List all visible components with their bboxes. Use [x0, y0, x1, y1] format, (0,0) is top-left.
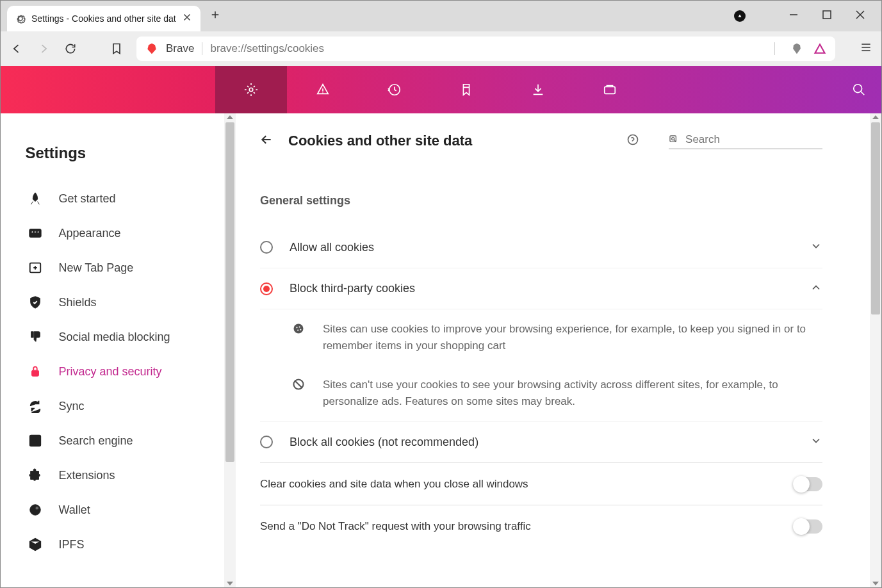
reload-button[interactable] — [63, 42, 78, 56]
newtab-icon — [26, 261, 45, 275]
lion-shield-icon[interactable] — [790, 42, 803, 55]
minimize-button[interactable] — [789, 10, 798, 22]
description-text: Sites can't use your cookies to see your… — [323, 377, 822, 409]
window-close-button[interactable] — [856, 10, 865, 22]
radio-icon — [260, 241, 273, 254]
svg-point-17 — [672, 137, 674, 140]
option-label: Block third-party cookies — [290, 282, 810, 295]
svg-point-7 — [34, 231, 36, 233]
svg-point-4 — [854, 85, 862, 93]
sidebar-item-newtab[interactable]: New Tab Page — [22, 250, 214, 285]
toggle-switch[interactable] — [794, 477, 822, 491]
bookmark-button[interactable] — [110, 42, 124, 56]
appearance-icon — [26, 226, 45, 240]
topnav-search[interactable] — [837, 83, 881, 97]
search-input[interactable] — [685, 133, 822, 146]
settings-content: Cookies and other site data General sett… — [234, 113, 881, 547]
address-bar: Brave brave://settings/cookies — [1, 31, 881, 66]
url-box[interactable]: Brave brave://settings/cookies — [136, 37, 835, 61]
svg-point-1 — [249, 88, 253, 92]
option-label: Block all cookies (not recommended) — [290, 436, 810, 449]
back-button[interactable] — [10, 42, 24, 56]
svg-point-6 — [31, 231, 33, 233]
sidebar-item-privacy[interactable]: Privacy and security — [22, 354, 214, 389]
sidebar-item-shields[interactable]: Shields — [22, 285, 214, 320]
radio-icon — [260, 282, 273, 295]
description-cookie-block: Sites can't use your cookies to see your… — [260, 365, 822, 421]
block-icon — [292, 377, 307, 409]
content-scrollbar[interactable] — [870, 113, 881, 587]
lock-icon — [26, 364, 45, 379]
sidebar-item-social[interactable]: Social media blocking — [22, 320, 214, 354]
toggle-switch[interactable] — [794, 519, 822, 534]
maximize-button[interactable] — [822, 10, 831, 22]
new-tab-button[interactable] — [209, 9, 221, 23]
rocket-icon — [26, 192, 45, 206]
sidebar-item-label: Extensions — [59, 469, 115, 482]
sidebar-title: Settings — [26, 144, 214, 162]
sidebar-item-extensions[interactable]: Extensions — [22, 458, 214, 493]
topnav-wallet[interactable] — [574, 66, 646, 113]
option-allow-all[interactable]: Allow all cookies — [260, 227, 822, 268]
brand-label: Brave — [166, 42, 194, 55]
description-cookie-use: Sites can use cookies to improve your br… — [260, 309, 822, 365]
browser-tab[interactable]: Settings - Cookies and other site dat — [7, 6, 200, 31]
topnav-bookmarks[interactable] — [430, 66, 502, 113]
toggle-clear-on-close[interactable]: Clear cookies and site data when you clo… — [260, 462, 822, 505]
toggle-dnt[interactable]: Send a "Do Not Track" request with your … — [260, 505, 822, 547]
svg-rect-0 — [823, 11, 831, 19]
tab-title: Settings - Cookies and other site dat — [31, 13, 176, 24]
radio-icon — [260, 436, 273, 448]
sidebar-item-get-started[interactable]: Get started — [22, 181, 214, 216]
sidebar-item-appearance[interactable]: Appearance — [22, 216, 214, 250]
sidebar-item-label: Social media blocking — [59, 331, 170, 344]
close-tab-icon[interactable] — [181, 12, 193, 26]
svg-point-15 — [628, 135, 638, 145]
sidebar-item-ipfs[interactable]: IPFS — [22, 527, 214, 562]
gear-icon — [15, 13, 26, 24]
sidebar-item-label: Sync — [59, 400, 85, 413]
shield-icon[interactable] — [734, 10, 746, 22]
menu-button[interactable] — [860, 41, 872, 56]
chevron-down-icon[interactable] — [810, 240, 822, 255]
svg-point-8 — [37, 231, 39, 233]
toggle-label: Send a "Do Not Track" request with your … — [260, 520, 794, 533]
settings-sidebar: Settings Get started Appearance New Tab … — [22, 113, 214, 587]
bat-icon[interactable] — [813, 42, 826, 55]
option-block-third-party[interactable]: Block third-party cookies — [260, 268, 822, 309]
sidebar-item-label: Shields — [59, 296, 97, 309]
sidebar-item-label: Get started — [59, 192, 116, 206]
chevron-down-icon[interactable] — [810, 434, 822, 450]
search-engine-icon — [26, 434, 45, 448]
help-icon[interactable] — [626, 133, 639, 149]
topnav-history[interactable] — [359, 66, 430, 113]
svg-rect-10 — [31, 370, 38, 376]
sync-icon — [26, 399, 45, 413]
chevron-up-icon[interactable] — [810, 281, 822, 297]
topnav-shields[interactable] — [287, 66, 359, 113]
cube-icon — [26, 537, 45, 551]
svg-point-13 — [29, 505, 40, 516]
svg-point-19 — [296, 327, 297, 328]
svg-point-14 — [35, 507, 39, 510]
topnav-downloads[interactable] — [502, 66, 574, 113]
sidebar-item-search[interactable]: Search engine — [22, 423, 214, 458]
sidebar-item-sync[interactable]: Sync — [22, 389, 214, 423]
option-block-all[interactable]: Block all cookies (not recommended) — [260, 421, 822, 462]
sidebar-item-wallet[interactable]: Wallet — [22, 493, 214, 527]
svg-point-12 — [33, 438, 37, 442]
puzzle-icon — [26, 468, 45, 482]
sidebar-item-label: Appearance — [59, 227, 121, 240]
sidebar-item-label: Search engine — [59, 434, 133, 448]
search-icon — [669, 134, 679, 145]
content-back-button[interactable] — [260, 133, 273, 149]
sidebar-item-label: New Tab Page — [59, 261, 134, 275]
window-controls — [734, 10, 881, 22]
toggle-label: Clear cookies and site data when you clo… — [260, 478, 794, 491]
forward-button[interactable] — [37, 42, 51, 56]
svg-point-18 — [294, 324, 304, 334]
search-box[interactable] — [669, 133, 822, 149]
sidebar-item-label: Privacy and security — [59, 365, 162, 379]
topnav-settings[interactable] — [215, 66, 287, 113]
sidebar-item-label: Wallet — [59, 503, 90, 517]
